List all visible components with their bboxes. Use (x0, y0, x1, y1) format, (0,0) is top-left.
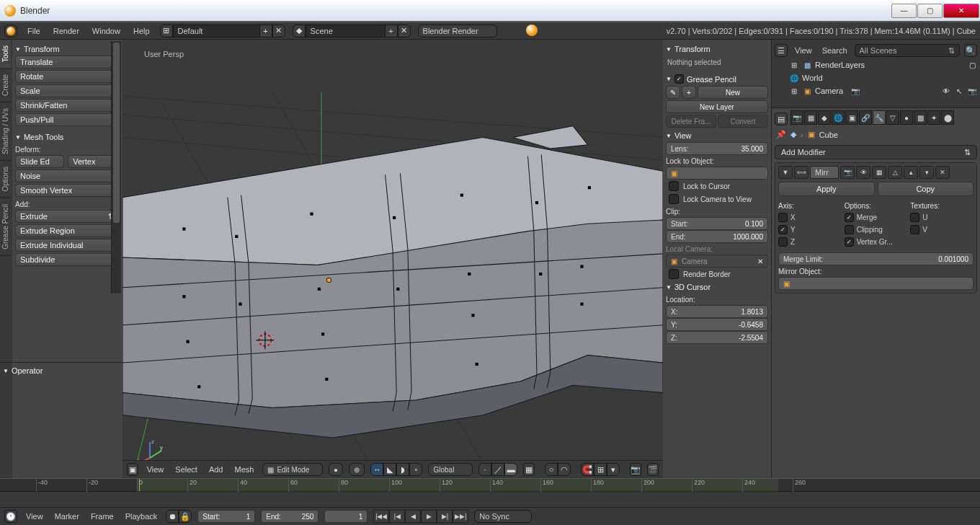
push-pull-button[interactable]: Push/Pull (15, 113, 120, 126)
texture-u-checkbox[interactable]: U (910, 211, 974, 224)
start-frame-field[interactable]: Start:1 (197, 510, 255, 523)
breadcrumb-object[interactable]: Cube (819, 131, 838, 139)
scene-link-icon[interactable]: ◆ (790, 130, 796, 139)
ptab-physics[interactable]: ⬤ (941, 110, 954, 125)
snap-element-dropdown[interactable]: ⊞ (594, 463, 607, 476)
jump-first-button[interactable]: |◀◀ (373, 510, 389, 523)
cursor-x-field[interactable]: X:1.8013 (666, 305, 768, 318)
gp-new-button[interactable]: New (698, 86, 768, 99)
manipulator-rotate[interactable]: ◗ (396, 463, 409, 476)
screen-browse-button[interactable]: ⊞ (160, 25, 173, 38)
texture-v-checkbox[interactable]: V (910, 224, 974, 236)
scene-browse-button[interactable]: ◆ (293, 25, 306, 38)
editor-type-button[interactable] (4, 25, 17, 38)
mirror-x-checkbox[interactable]: X (778, 211, 842, 224)
shrink-fatten-button[interactable]: Shrink/Fatten (15, 99, 120, 112)
vp-menu-select[interactable]: Select (172, 465, 200, 474)
outliner-editor-type-button[interactable]: ☰ (775, 44, 788, 57)
select-icon[interactable]: ↖ (954, 86, 964, 96)
mod-move-up-button[interactable]: ▴ (904, 166, 918, 179)
smooth-vertex-button[interactable]: Smooth Vertex (15, 184, 120, 197)
render-engine-dropdown[interactable]: Blender Render (418, 25, 497, 38)
ptab-constraints[interactable]: 🔗 (859, 110, 872, 125)
window-minimize-button[interactable]: — (891, 4, 917, 18)
gp-draw-button[interactable]: ✎ (666, 86, 680, 99)
window-close-button[interactable]: ✕ (943, 4, 979, 18)
gp-add-button[interactable]: + (682, 86, 696, 99)
mod-move-down-button[interactable]: ▾ (919, 166, 934, 179)
ptab-texture[interactable]: ▩ (914, 110, 927, 125)
timeline-editor-type-button[interactable]: 🕐 (4, 510, 17, 523)
end-frame-field[interactable]: End:250 (261, 510, 318, 523)
lock-object-field[interactable]: ▣ (666, 167, 768, 180)
extrude-individual-button[interactable]: Extrude Individual (15, 239, 120, 252)
rotate-button[interactable]: Rotate (15, 70, 120, 83)
editor-type-3dview-button[interactable]: ▣ (127, 463, 138, 476)
ptab-particles[interactable]: ✦ (927, 110, 940, 125)
tree-item-camera[interactable]: ⊞▣Camera📷👁↖📷 (775, 84, 977, 97)
mod-expand-button[interactable]: ▼ (778, 166, 793, 179)
merge-limit-field[interactable]: Merge Limit:0.001000 (778, 252, 974, 265)
select-mode-edge-button[interactable]: ／ (491, 463, 504, 476)
vertex-groups-checkbox[interactable]: ✓Vertex Gr... (845, 236, 908, 248)
screen-delete-button[interactable]: ✕ (272, 25, 285, 38)
vp-menu-add[interactable]: Add (206, 465, 226, 474)
select-mode-vertex-button[interactable]: · (478, 463, 491, 476)
scene-delete-button[interactable]: ✕ (398, 25, 411, 38)
mirror-object-field[interactable]: ▣ (778, 277, 974, 290)
opengl-render-button[interactable]: 📷 (630, 463, 641, 476)
limit-selection-button[interactable]: ▦ (523, 463, 535, 476)
extrude-region-button[interactable]: Extrude Region (15, 224, 120, 237)
slide-vertex-button[interactable]: Vertex (68, 155, 117, 168)
menu-window[interactable]: Window (89, 27, 123, 35)
mod-cage-toggle[interactable]: △ (888, 166, 902, 179)
tab-tools[interactable]: Tools (0, 40, 11, 69)
proportional-edit-dropdown[interactable]: ○ (545, 463, 558, 476)
menu-file[interactable]: File (24, 27, 43, 35)
vp-menu-mesh[interactable]: Mesh (231, 465, 257, 474)
scene-dropdown[interactable]: Scene (306, 25, 385, 38)
snap-toggle[interactable]: 🧲 (581, 463, 594, 476)
timeline-ruler[interactable]: -40-200204060801001201401601802002202402… (0, 479, 980, 492)
tab-grease-pencil[interactable]: Grease Pencil (0, 198, 11, 256)
mirror-z-checkbox[interactable]: Z (778, 236, 842, 248)
mode-dropdown[interactable]: ▦ Edit Mode (262, 463, 322, 476)
cursor-z-field[interactable]: Z:-2.5504 (666, 331, 768, 344)
manipulator-translate[interactable]: ◣ (383, 463, 396, 476)
outliner-menu-view[interactable]: View (792, 46, 815, 55)
tree-item-renderlayers[interactable]: ⊞▦RenderLayers▢ (775, 58, 977, 71)
merge-checkbox[interactable]: ✓Merge (845, 211, 908, 224)
tab-options[interactable]: Options (0, 161, 11, 198)
mod-editmode-toggle[interactable]: ▦ (872, 166, 886, 179)
auto-keyframe-button[interactable]: ⏺ (166, 510, 179, 523)
visibility-icon[interactable]: 👁 (941, 86, 951, 96)
extrude-dropdown[interactable]: Extrude⇅ (15, 210, 120, 223)
clip-start-field[interactable]: Start:0.100 (666, 217, 768, 230)
ptab-object[interactable]: ▣ (845, 110, 858, 125)
mod-render-toggle[interactable]: 📷 (840, 166, 855, 179)
outliner-filter-dropdown[interactable]: All Scenes⇅ (855, 44, 960, 57)
slide-edge-button[interactable]: Slide Ed (15, 155, 64, 168)
manipulator-toggle[interactable]: ↔ (370, 463, 383, 476)
mod-delete-button[interactable]: ✕ (935, 166, 950, 179)
menu-help[interactable]: Help (130, 27, 153, 35)
n-3dcursor-header[interactable]: 3D Cursor (666, 281, 768, 294)
add-modifier-dropdown[interactable]: Add Modifier⇅ (775, 145, 977, 159)
sync-dropdown[interactable]: No Sync (474, 510, 532, 523)
manipulator-scale[interactable]: ▫ (409, 463, 422, 476)
gp-delete-frame-button[interactable]: Delete Fra... (666, 115, 716, 128)
opengl-render-anim-button[interactable]: 🎬 (647, 463, 659, 476)
expand-icon[interactable]: ⊞ (789, 86, 799, 96)
ptab-data[interactable]: ▽ (886, 110, 899, 125)
tab-shading-uvs[interactable]: Shading / UVs (0, 102, 11, 161)
subdivide-button[interactable]: Subdivide (15, 253, 120, 266)
ptab-material[interactable]: ● (900, 110, 913, 125)
vp-menu-view[interactable]: View (144, 465, 167, 474)
modifier-copy-button[interactable]: Copy (878, 182, 974, 196)
pin-icon[interactable]: 📌 (776, 130, 786, 139)
mesh-tools-panel-header[interactable]: Mesh Tools (15, 131, 120, 144)
operator-panel-header[interactable]: Operator (3, 364, 43, 377)
n-view-header[interactable]: View (666, 129, 768, 142)
n-transform-header[interactable]: Transform (666, 43, 768, 56)
screen-add-button[interactable]: + (259, 25, 272, 38)
